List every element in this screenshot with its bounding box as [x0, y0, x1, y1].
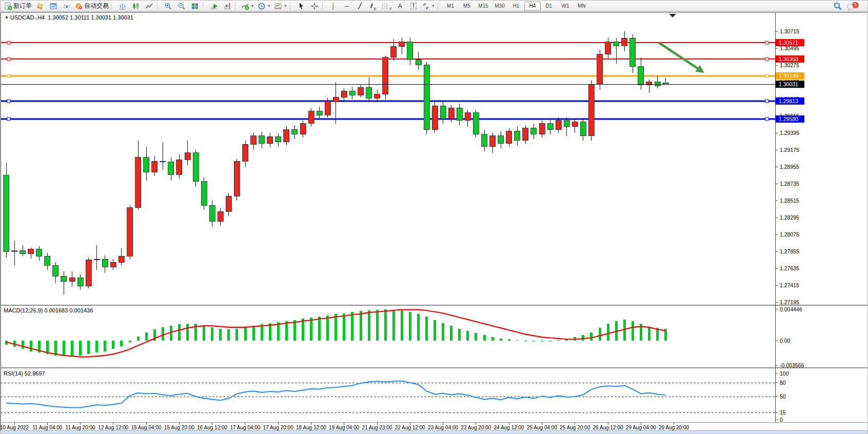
candle-up — [523, 128, 528, 141]
candle-down — [36, 249, 42, 257]
auto-trading-label: 自动交易 — [84, 2, 109, 10]
gold-cube-icon — [36, 2, 44, 10]
macd-histogram-bar — [145, 332, 148, 341]
candle-up — [333, 97, 339, 102]
candle-down — [457, 108, 462, 121]
candle-up — [572, 122, 578, 127]
crosshair-button[interactable] — [308, 1, 321, 11]
time-tick-label: 25 Aug 04:00 — [527, 425, 557, 430]
macd-histogram-bar — [178, 324, 181, 341]
time-tick-label: 29 Aug 04:00 — [626, 425, 656, 430]
text-label-tool[interactable]: T — [407, 1, 420, 11]
macd-axis-label: -0.003566 — [780, 362, 804, 368]
rsi-axis-label: 50 — [780, 393, 786, 400]
candle-down — [580, 122, 586, 136]
time-frame-D1[interactable]: D1 — [541, 2, 557, 11]
time-frame-M15[interactable]: M15 — [475, 2, 491, 11]
line-handle — [7, 100, 10, 103]
candle-up — [308, 111, 314, 124]
time-frame-MN[interactable]: MN — [574, 2, 590, 11]
candle-down — [209, 205, 215, 222]
time-frame-H4[interactable]: H4 — [524, 2, 541, 11]
macd-histogram-bar — [500, 339, 502, 341]
price-tick-label: 1.27855 — [780, 248, 799, 254]
clock-icon — [258, 2, 266, 10]
macd-histogram-bar — [310, 318, 312, 341]
zoom-in-button[interactable] — [162, 1, 175, 11]
price-tick-label: 1.27195 — [780, 299, 799, 305]
chevron-down-icon: ▼ — [284, 4, 287, 8]
candle-up — [597, 54, 603, 85]
text-tool[interactable]: A — [393, 1, 407, 11]
cursor-button[interactable] — [294, 1, 308, 11]
candle-up — [152, 161, 157, 172]
bar-chart-button[interactable] — [116, 1, 129, 11]
candle-up — [251, 136, 257, 145]
macd-histogram-bar — [170, 326, 172, 341]
line-handle — [7, 41, 10, 44]
arrows-tool[interactable]: ▼ — [420, 1, 437, 11]
horizontal-line-tool[interactable]: ─ — [340, 1, 353, 11]
signal-button[interactable] — [60, 1, 73, 11]
zoom-out-button[interactable] — [175, 1, 188, 11]
candle-up — [12, 251, 17, 252]
candle-up — [465, 113, 470, 121]
toolbar-separator — [290, 3, 292, 10]
macd-histogram-bar — [334, 314, 337, 341]
macd-histogram-bar — [219, 329, 222, 341]
search-button[interactable] — [831, 1, 844, 11]
time-tick-label: 15 Aug 04:00 — [131, 425, 162, 430]
indicators-button[interactable]: ▼ — [240, 1, 256, 11]
arrows-icon — [422, 2, 430, 10]
market-watch-button[interactable] — [33, 1, 47, 11]
candle-up — [646, 82, 652, 85]
equidistant-channel-tool[interactable]: ⫽E — [367, 1, 380, 11]
notifications-button[interactable]: 1 — [844, 1, 864, 11]
macd-histogram-bar — [417, 314, 420, 341]
new-order-button[interactable]: 新订单 — [3, 1, 33, 11]
macd-histogram-bar — [582, 335, 584, 341]
price-tick-label: 1.28955 — [780, 164, 799, 170]
vertical-line-tool[interactable]: │ — [327, 1, 340, 11]
line-chart-button[interactable] — [143, 1, 156, 11]
text-tool-icon: A — [398, 3, 402, 10]
auto-trading-icon — [75, 2, 83, 10]
mt4-trading-app: 新订单 — [0, 0, 868, 434]
price-badge-label: 1.30139 — [779, 73, 798, 79]
chart-window-button[interactable] — [47, 1, 60, 11]
macd-histogram-bar — [433, 320, 436, 341]
time-frame-W1[interactable]: W1 — [557, 2, 574, 11]
templates-button[interactable]: ▼ — [272, 1, 289, 11]
time-frame-H1[interactable]: H1 — [508, 2, 524, 11]
macd-histogram-bar — [532, 341, 535, 341]
chart-canvas[interactable]: 1.307151.304951.302751.300551.298351.296… — [1, 1, 868, 434]
auto-trading-button[interactable]: 自动交易 — [73, 1, 110, 11]
tile-windows-button[interactable] — [188, 1, 202, 11]
macd-histogram-bar — [442, 323, 444, 341]
candle-up — [127, 208, 133, 257]
chart-ohlc-values: 1.30052 1.30111 1.30031 1.30031 — [48, 14, 133, 21]
chart-shift-button[interactable] — [221, 1, 234, 11]
time-frame-M30[interactable]: M30 — [491, 2, 508, 11]
periods-button[interactable]: ▼ — [256, 1, 272, 11]
macd-histogram-bar — [491, 337, 494, 341]
auto-scroll-button[interactable] — [207, 1, 221, 11]
candlestick-chart-button[interactable] — [129, 1, 143, 11]
time-tick-label: 15 Aug 20:00 — [164, 425, 194, 430]
time-frame-M1[interactable]: M1 — [442, 2, 459, 11]
candle-down — [77, 278, 83, 286]
candle-up — [110, 262, 116, 267]
fibonacci-tool[interactable]: F — [380, 1, 393, 11]
candle-down — [614, 42, 619, 46]
time-frame-M5[interactable]: M5 — [459, 2, 475, 11]
fibo-sub-label: F — [390, 7, 392, 11]
scroll-strip[interactable] — [1, 430, 868, 434]
signal-icon — [63, 2, 71, 10]
trendline-tool[interactable]: ╱ — [353, 1, 367, 11]
rsi-axis-label: 80 — [780, 380, 786, 386]
bar-chart-icon — [119, 2, 127, 10]
macd-histogram-bar — [384, 309, 387, 341]
price-badge-label: 1.30031 — [779, 81, 798, 87]
price-tick-label: 1.28735 — [780, 181, 799, 187]
line-handle — [765, 57, 768, 61]
